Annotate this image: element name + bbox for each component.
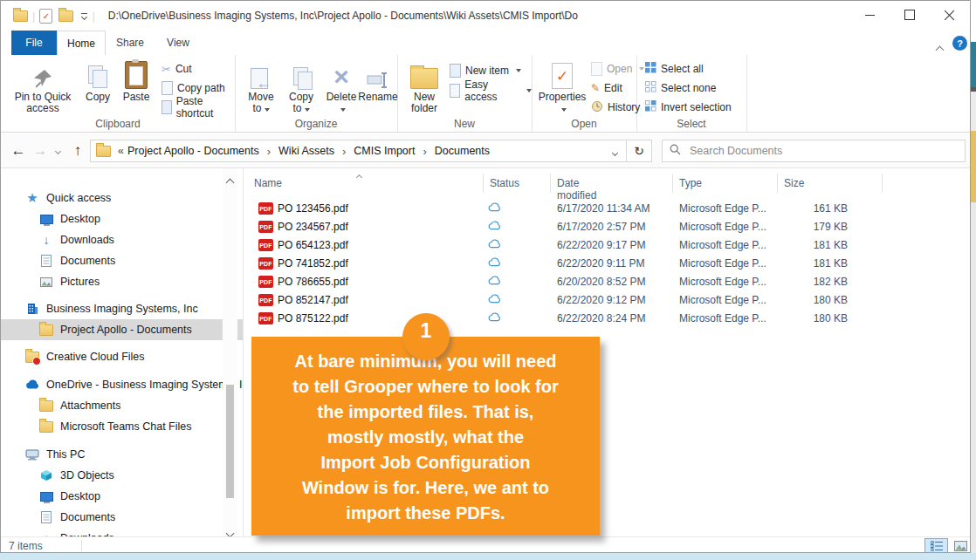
breadcrumb-separator[interactable]: ›	[261, 145, 277, 158]
file-row[interactable]: PDF PO 875122.pdf 6/22/2020 8:24 PM Micr…	[249, 310, 895, 328]
document-icon	[39, 254, 53, 268]
column-divider[interactable]	[777, 174, 778, 193]
forward-button[interactable]: →	[31, 133, 50, 168]
sidebar-item-this-pc[interactable]: This PC	[1, 444, 244, 465]
3d-objects-cube-icon	[39, 468, 53, 482]
qat-properties-icon[interactable]: ✓	[39, 9, 52, 24]
edit-button[interactable]: ✎ Edit	[591, 79, 622, 97]
paste-shortcut-button[interactable]: Paste shortcut	[162, 99, 235, 116]
sidebar-item-attachments[interactable]: Attachments	[1, 395, 244, 416]
tab-file[interactable]: File	[11, 31, 57, 55]
paste-button[interactable]: Paste	[116, 58, 156, 103]
new-item-button[interactable]: New item	[450, 62, 521, 79]
sidebar-item-creative-cloud-files[interactable]: Creative Cloud Files	[1, 346, 244, 367]
details-view-button[interactable]	[924, 538, 948, 553]
pin-icon[interactable]	[243, 234, 244, 246]
file-row[interactable]: PDF PO 654123.pdf 6/22/2020 9:17 PM Micr…	[249, 236, 895, 255]
history-button[interactable]: History	[591, 99, 640, 116]
column-header-type[interactable]: Type	[679, 177, 702, 189]
sidebar-item-3d-objects[interactable]: 3D Objects	[1, 465, 244, 486]
easy-access-button[interactable]: Easy access	[450, 82, 532, 99]
tab-share[interactable]: Share	[106, 31, 155, 55]
file-row[interactable]: PDF PO 234567.pdf 6/17/2020 2:57 PM Micr…	[249, 218, 895, 236]
column-header-size[interactable]: Size	[784, 177, 804, 189]
sidebar-item-pictures[interactable]: Pictures	[1, 271, 244, 292]
qat-new-folder-icon[interactable]	[58, 10, 73, 22]
breadcrumb-overflow-chevron[interactable]: «	[116, 145, 126, 157]
qat-customize-button[interactable]	[81, 13, 87, 19]
invert-selection-button[interactable]: Invert selection	[645, 99, 732, 116]
move-to-button[interactable]: ← Move to	[242, 58, 280, 114]
sidebar-item-business-imaging-systems[interactable]: Business Imaging Systems, Inc	[1, 298, 244, 319]
sidebar-item-teams-chat-files[interactable]: Microsoft Teams Chat Files	[1, 416, 244, 437]
column-divider[interactable]	[550, 174, 551, 193]
search-input[interactable]	[688, 144, 965, 158]
column-divider[interactable]	[672, 174, 673, 193]
ribbon-group-select: Select all Select none Invert selection …	[636, 55, 747, 132]
sidebar-item-project-apollo-documents[interactable]: Project Apollo - Documents	[1, 319, 244, 340]
column-divider[interactable]	[483, 174, 484, 193]
new-folder-button[interactable]: New folder	[404, 58, 444, 114]
navigation-bar: ← → ↑ « Project Apollo - Documents › Wik…	[1, 133, 970, 168]
rename-button[interactable]: Rename	[359, 58, 397, 103]
tab-home[interactable]: Home	[57, 31, 106, 55]
file-row[interactable]: PDF PO 786655.pdf 6/20/2020 8:52 PM Micr…	[249, 273, 895, 291]
sidebar-item-downloads[interactable]: ↓ Downloads	[1, 229, 244, 250]
delete-button[interactable]: × Delete	[322, 58, 361, 114]
pin-icon[interactable]	[243, 255, 244, 267]
properties-button[interactable]: ✓ Properties	[537, 58, 588, 114]
sidebar-item-documents-pc[interactable]: Documents	[1, 507, 244, 528]
move-to-icon: ←	[251, 58, 271, 89]
pin-icon[interactable]	[243, 213, 244, 225]
sidebar-scrollbar[interactable]	[223, 168, 237, 536]
close-button[interactable]	[930, 1, 970, 29]
maximize-button[interactable]	[890, 1, 930, 29]
thumbnail-view-button[interactable]	[951, 538, 971, 553]
sidebar-item-desktop[interactable]: Desktop	[1, 208, 244, 229]
breadcrumb-cmis-import[interactable]: CMIS Import	[352, 145, 416, 157]
column-header-name[interactable]: Name	[254, 177, 282, 189]
file-row[interactable]: PDF PO 123456.pdf 6/17/2020 11:34 AM Mic…	[249, 200, 895, 218]
file-row[interactable]: PDF PO 852147.pdf 6/22/2020 9:12 PM Micr…	[249, 291, 895, 310]
copy-to-button[interactable]: Copy to	[282, 58, 320, 114]
minimize-button[interactable]	[849, 1, 890, 29]
file-row[interactable]: PDF PO 741852.pdf 6/22/2020 9:11 PM Micr…	[249, 255, 895, 273]
back-button[interactable]: ←	[8, 133, 29, 168]
tab-view[interactable]: View	[155, 31, 202, 55]
search-box[interactable]	[662, 140, 966, 162]
recent-locations-button[interactable]	[51, 133, 65, 168]
address-dropdown-button[interactable]	[604, 143, 626, 159]
breadcrumb-documents[interactable]: Documents	[433, 145, 491, 157]
pin-to-quick-access-button[interactable]: Pin to Quick access	[8, 58, 78, 114]
sidebar-item-onedrive[interactable]: OneDrive - Business Imaging Systems, I	[1, 374, 244, 395]
sidebar-item-documents[interactable]: Documents	[1, 250, 244, 271]
select-all-button[interactable]: Select all	[645, 60, 704, 78]
copy-button[interactable]: Copy	[79, 58, 116, 103]
cut-button[interactable]: ✂ Cut	[162, 60, 192, 78]
scroll-down-arrow[interactable]	[227, 524, 233, 536]
help-button[interactable]: ?	[952, 36, 967, 51]
breadcrumb-wiki-assets[interactable]: Wiki Assets	[277, 145, 336, 157]
dropdown-arrow	[561, 108, 567, 112]
item-count: 7 items	[9, 540, 43, 552]
sidebar-item-desktop-pc[interactable]: Desktop	[1, 486, 244, 507]
refresh-button[interactable]: ↻	[627, 144, 651, 158]
scroll-up-arrow[interactable]	[227, 174, 233, 189]
breadcrumb-project-apollo[interactable]: Project Apollo - Documents	[126, 145, 261, 157]
dropdown-arrow	[265, 108, 270, 112]
sidebar-item-downloads-pc[interactable]: ↓ Downloads	[1, 528, 244, 536]
column-header-status[interactable]: Status	[490, 177, 519, 189]
pdf-file-icon: PDF	[258, 257, 273, 270]
column-header-date[interactable]: Date modified	[557, 177, 596, 201]
address-bar[interactable]: « Project Apollo - Documents › Wiki Asse…	[90, 140, 652, 162]
copy-path-button[interactable]: Copy path	[162, 79, 225, 97]
scrollbar-thumb[interactable]	[226, 385, 234, 498]
sidebar-item-quick-access[interactable]: ★ Quick access	[1, 188, 244, 208]
breadcrumb-separator[interactable]: ›	[416, 145, 432, 158]
breadcrumb-separator[interactable]: ›	[336, 145, 352, 158]
select-none-button[interactable]: Select none	[645, 79, 716, 97]
screenshot-root: | ✓ | D:\OneDrive\Business Imaging Syste…	[0, 0, 976, 560]
column-divider[interactable]	[882, 174, 883, 193]
pin-icon[interactable]	[243, 276, 244, 288]
up-button[interactable]: ↑	[67, 133, 88, 168]
